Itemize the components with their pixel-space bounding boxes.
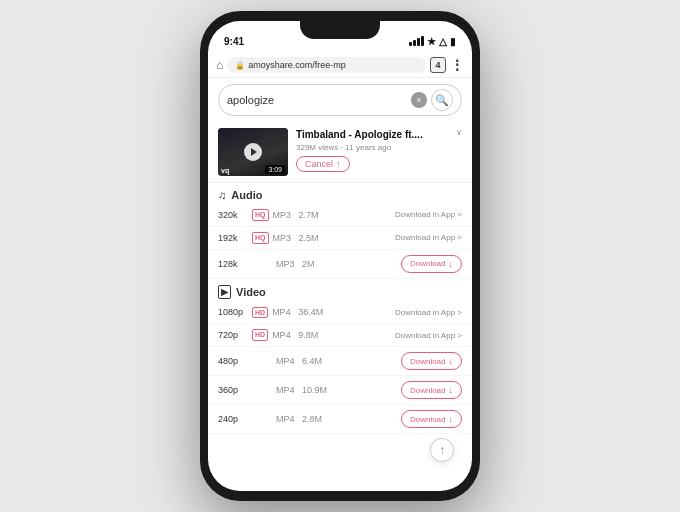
phone-mockup: 9:41 ★ △ ▮ ⌂ 🔒 amoyshare.com/free-mp 4: [200, 11, 480, 501]
size-0: 2.7M: [299, 210, 392, 220]
audio-format-row-1: 192k HQ MP3 2.5M Download in App >: [208, 227, 472, 250]
audio-icon: ♫: [218, 189, 226, 201]
size-v1: 9.8M: [298, 330, 391, 340]
tab-count-badge[interactable]: 4: [430, 57, 446, 73]
download-arrow-v4: ↓: [449, 414, 454, 424]
browser-menu-button[interactable]: ⋮: [450, 57, 464, 73]
download-button-480p[interactable]: Download ↓: [401, 352, 462, 370]
video-format-row-3: 360p MP4 10.9M Download ↓: [208, 376, 472, 405]
download-button-240p[interactable]: Download ↓: [401, 410, 462, 428]
download-label-v3: Download: [410, 386, 446, 395]
type-mp4-4: MP4: [276, 414, 298, 424]
download-app-v1[interactable]: Download in App >: [395, 331, 462, 340]
cancel-label: Cancel: [305, 159, 333, 169]
video-format-row-2: 480p MP4 6.4M Download ↓: [208, 347, 472, 376]
video-format-row-0: 1080p HD MP4 36.4M Download in App >: [208, 302, 472, 325]
video-format-row-1: 720p HD MP4 9.8M Download in App >: [208, 324, 472, 347]
size-2: 2M: [302, 259, 397, 269]
battery-icon: ▮: [450, 36, 456, 47]
download-arrow-v3: ↓: [449, 385, 454, 395]
hq-badge-0: HQ: [252, 209, 269, 221]
video-section-header: ▶ Video: [208, 279, 472, 302]
size-v4: 2.8M: [302, 414, 397, 424]
size-v0: 36.4M: [298, 307, 391, 317]
quality-360p: 360p: [218, 385, 248, 395]
type-mp3-0: MP3: [273, 210, 295, 220]
search-icon: 🔍: [435, 94, 449, 107]
hq-badge-1: HQ: [252, 232, 269, 244]
download-label: Download: [410, 259, 446, 268]
vq-label: vq: [221, 167, 229, 174]
audio-section-header: ♫ Audio: [208, 183, 472, 204]
size-v3: 10.9M: [302, 385, 397, 395]
search-query-text: apologize: [227, 94, 407, 106]
search-input-wrap: apologize × 🔍: [218, 84, 462, 116]
video-section-label: Video: [236, 286, 266, 298]
hd-badge-0: HD: [252, 307, 268, 319]
video-meta: 329M views · 11 years ago: [296, 143, 448, 152]
download-arrow-icon: ↓: [449, 259, 454, 269]
lock-icon: 🔒: [235, 61, 245, 70]
download-app-v0[interactable]: Download in App >: [395, 308, 462, 317]
video-icon: ▶: [218, 285, 231, 299]
audio-format-row-2: 128k MP3 2M Download ↓: [208, 250, 472, 279]
quality-720p: 720p: [218, 330, 248, 340]
wifi-icon: △: [439, 36, 447, 47]
hd-badge-1: HD: [252, 329, 268, 341]
expand-icon: ∨: [456, 128, 462, 137]
quality-240p: 240p: [218, 414, 248, 424]
upload-icon: ↑: [336, 159, 341, 169]
quality-480p: 480p: [218, 356, 248, 366]
size-1: 2.5M: [299, 233, 392, 243]
bluetooth-icon: ★: [427, 36, 436, 47]
type-mp4-1: MP4: [272, 330, 294, 340]
video-thumbnail: 3:09 vq: [218, 128, 288, 176]
size-v2: 6.4M: [302, 356, 397, 366]
scroll-top-container: ↑: [208, 434, 472, 442]
scroll-to-top-button[interactable]: ↑: [430, 438, 454, 462]
video-duration: 3:09: [265, 165, 285, 174]
download-label-v4: Download: [410, 415, 446, 424]
browser-bar: ⌂ 🔒 amoyshare.com/free-mp 4 ⋮: [208, 53, 472, 78]
video-format-row-4: 240p MP4 2.8M Download ↓: [208, 405, 472, 434]
quality-128k: 128k: [218, 259, 248, 269]
url-text: amoyshare.com/free-mp: [248, 60, 346, 70]
download-arrow-v2: ↓: [449, 356, 454, 366]
status-icons: ★ △ ▮: [409, 36, 456, 47]
search-submit-button[interactable]: 🔍: [431, 89, 453, 111]
video-title: Timbaland - Apologize ft....: [296, 128, 448, 141]
search-bar: apologize × 🔍: [208, 78, 472, 122]
download-button-audio-128k[interactable]: Download ↓: [401, 255, 462, 273]
address-bar[interactable]: 🔒 amoyshare.com/free-mp: [227, 57, 426, 73]
cancel-button[interactable]: Cancel ↑: [296, 156, 350, 172]
video-result-card: 3:09 vq Timbaland - Apologize ft.... 329…: [208, 122, 472, 183]
type-mp4-0: MP4: [272, 307, 294, 317]
download-button-360p[interactable]: Download ↓: [401, 381, 462, 399]
status-time: 9:41: [224, 36, 244, 47]
quality-192k: 192k: [218, 233, 248, 243]
type-mp3-1: MP3: [273, 233, 295, 243]
phone-notch: [300, 21, 380, 39]
download-app-0[interactable]: Download in App >: [395, 210, 462, 219]
content-area: 3:09 vq Timbaland - Apologize ft.... 329…: [208, 122, 472, 491]
play-button[interactable]: [244, 143, 262, 161]
type-mp3-2: MP3: [276, 259, 298, 269]
video-info: Timbaland - Apologize ft.... 329M views …: [296, 128, 448, 172]
type-mp4-2: MP4: [276, 356, 298, 366]
download-app-1[interactable]: Download in App >: [395, 233, 462, 242]
audio-section-label: Audio: [231, 189, 262, 201]
download-label-v2: Download: [410, 357, 446, 366]
phone-screen: 9:41 ★ △ ▮ ⌂ 🔒 amoyshare.com/free-mp 4: [208, 21, 472, 491]
audio-format-row-0: 320k HQ MP3 2.7M Download in App >: [208, 204, 472, 227]
clear-search-button[interactable]: ×: [411, 92, 427, 108]
quality-320k: 320k: [218, 210, 248, 220]
quality-1080p: 1080p: [218, 307, 248, 317]
home-icon[interactable]: ⌂: [216, 58, 223, 72]
type-mp4-3: MP4: [276, 385, 298, 395]
signal-icon: [409, 36, 424, 46]
clear-icon: ×: [416, 95, 421, 105]
